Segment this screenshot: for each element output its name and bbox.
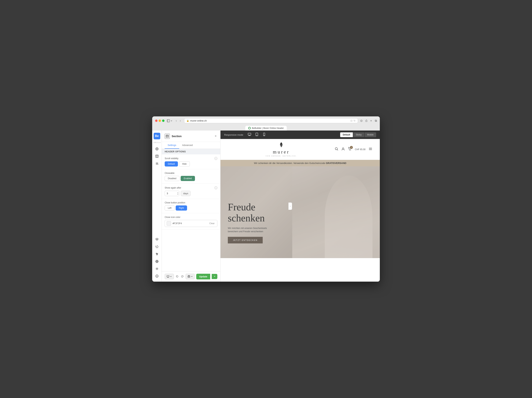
traffic-light-red[interactable] <box>155 120 158 122</box>
forward-button[interactable]: › <box>179 118 182 123</box>
color-field-row: #F3F3F4 Clear <box>165 220 217 227</box>
chevron-down-icon <box>171 120 172 122</box>
tab-advanced[interactable]: Advanced <box>179 142 196 149</box>
browser-tab-bar: BeBuilder | Murer Online Header <box>155 125 377 131</box>
desktop-icon <box>167 275 169 278</box>
cart-count: 1 <box>350 146 353 149</box>
scroll-visibility-hide-btn[interactable]: Hide <box>179 161 190 166</box>
browser-tab[interactable]: BeBuilder | Murer Online Header <box>245 126 287 131</box>
preview-header-icons: 1 CHF 65.00 <box>335 147 373 152</box>
version-text: V26.5.1.4 <box>153 142 160 143</box>
redo-button[interactable] <box>180 273 184 279</box>
tablet-responsive-icon[interactable] <box>255 133 259 137</box>
scroll-visibility-default-btn[interactable]: Default <box>165 161 178 166</box>
hero-title-line1: Freude <box>228 202 276 213</box>
update-dropdown-button[interactable] <box>212 274 217 279</box>
history-button[interactable] <box>154 243 160 250</box>
responsive-icons <box>248 133 266 137</box>
closeable-label: Closeable <box>165 172 217 174</box>
sidebar-toggle-button[interactable] <box>167 119 172 122</box>
browser-window: ‹ › 🔒 murer-online.ch ⊡ ↻ ⊙ ⎙ + ⧉ <box>152 116 380 282</box>
lock-icon: 🔒 <box>186 120 189 122</box>
wordpress-button[interactable]: W <box>154 273 160 279</box>
add-element-button[interactable] <box>154 145 160 152</box>
panel-footer: Update <box>162 271 220 282</box>
share-icon[interactable]: ⎙ <box>366 119 367 122</box>
show-again-after-label: Show again after i <box>165 186 217 189</box>
increment-arrow[interactable]: ▲ <box>177 192 179 193</box>
preview-logo-subtitle: VON HERZEN. NATÜRLICH. <box>266 155 297 157</box>
svg-point-45 <box>350 150 351 151</box>
scroll-visibility-toggle: Default Hide <box>165 161 217 166</box>
position-left-btn[interactable]: Left <box>165 205 175 211</box>
new-tab-icon[interactable]: + <box>370 119 372 122</box>
app-body: Be V26.5.1.4 <box>152 131 380 282</box>
gear-button[interactable] <box>154 265 160 272</box>
download-icon[interactable]: ⊙ <box>360 119 362 122</box>
position-right-btn[interactable]: Right <box>176 205 187 211</box>
search-icon[interactable] <box>335 147 338 152</box>
svg-point-44 <box>349 150 350 151</box>
preview-header: murer VON HERZEN. NATÜRLICH. <box>221 139 380 160</box>
responsive-mode-buttons: Default Sticky Mobile <box>340 132 376 137</box>
hero-title: Freude schenken <box>228 202 276 224</box>
tabs-icon[interactable]: ⧉ <box>375 119 377 122</box>
filters-button[interactable] <box>154 251 160 257</box>
closeable-disabled-btn[interactable]: Disabled <box>165 176 179 181</box>
browser-nav-buttons: ‹ › <box>175 118 182 123</box>
browser-chrome: ‹ › 🔒 murer-online.ch ⊡ ↻ ⊙ ⎙ + ⧉ <box>152 116 380 131</box>
sort-button[interactable] <box>154 160 160 167</box>
svg-rect-26 <box>166 136 169 138</box>
be-logo: Be <box>154 133 160 139</box>
color-swatch[interactable] <box>167 221 171 226</box>
traffic-light-yellow[interactable] <box>158 120 161 122</box>
show-again-info-icon[interactable]: i <box>215 186 217 189</box>
screenshot-button[interactable] <box>186 274 195 279</box>
content-area: ‹ Responsive mode <box>221 131 380 282</box>
view-mode-button[interactable] <box>165 274 174 279</box>
svg-rect-25 <box>166 135 169 136</box>
address-bar[interactable]: 🔒 murer-online.ch ⊡ ↻ <box>184 118 358 123</box>
show-again-after-field: Show again after i ▲ ▼ days <box>162 184 220 199</box>
globe-button[interactable] <box>154 258 160 265</box>
update-button[interactable]: Update <box>196 274 210 279</box>
svg-point-43 <box>342 148 344 149</box>
tab-settings[interactable]: Settings <box>165 142 179 149</box>
panel-content: Header options Scroll visibility i Defau… <box>162 149 220 271</box>
cart-area[interactable]: 1 <box>348 147 352 152</box>
address-text: murer-online.ch <box>190 119 207 122</box>
panel-close-button[interactable]: × <box>214 133 217 139</box>
mode-sticky-btn[interactable]: Sticky <box>353 132 364 137</box>
back-button[interactable]: ‹ <box>175 118 178 123</box>
layout-button[interactable] <box>154 153 160 159</box>
number-arrows: ▲ ▼ <box>177 192 179 195</box>
mode-default-btn[interactable]: Default <box>340 132 353 137</box>
left-sidebar: Be V26.5.1.4 <box>152 131 162 282</box>
layers-button[interactable] <box>154 236 160 243</box>
undo-button[interactable] <box>175 273 179 279</box>
hero-cta-button[interactable]: JETZT ENTDECKEN <box>228 237 263 243</box>
refresh-icon[interactable]: ↻ <box>354 119 355 122</box>
mobile-responsive-icon[interactable] <box>262 133 266 137</box>
panel-collapse-arrow[interactable]: ‹ <box>288 202 292 210</box>
desktop-responsive-icon[interactable] <box>248 133 251 137</box>
mode-mobile-btn[interactable]: Mobile <box>365 132 376 137</box>
scroll-visibility-info-icon[interactable]: i <box>215 157 217 160</box>
svg-rect-27 <box>167 276 169 277</box>
close-icon-color-label: Close icon color <box>165 216 217 218</box>
preview-hero: Freude schenken Wir möchten mit unseren … <box>221 166 380 258</box>
decrement-arrow[interactable]: ▼ <box>177 194 179 195</box>
show-again-input-row: ▲ ▼ days <box>165 191 217 196</box>
account-icon[interactable] <box>341 147 345 152</box>
tab-favicon <box>248 127 251 129</box>
update-chevron-icon <box>214 275 215 277</box>
responsive-label: Responsive mode <box>224 133 243 136</box>
svg-point-41 <box>335 148 337 150</box>
traffic-light-green[interactable] <box>162 120 165 122</box>
cart-amount: CHF 65.00 <box>355 148 366 151</box>
menu-icon[interactable] <box>368 147 373 152</box>
panel-header: Section × <box>162 131 220 142</box>
closeable-enabled-btn[interactable]: Enabled <box>181 176 195 181</box>
close-button-position-field: Close button position Left Right <box>162 199 220 213</box>
color-clear-button[interactable]: Clear <box>209 222 215 225</box>
